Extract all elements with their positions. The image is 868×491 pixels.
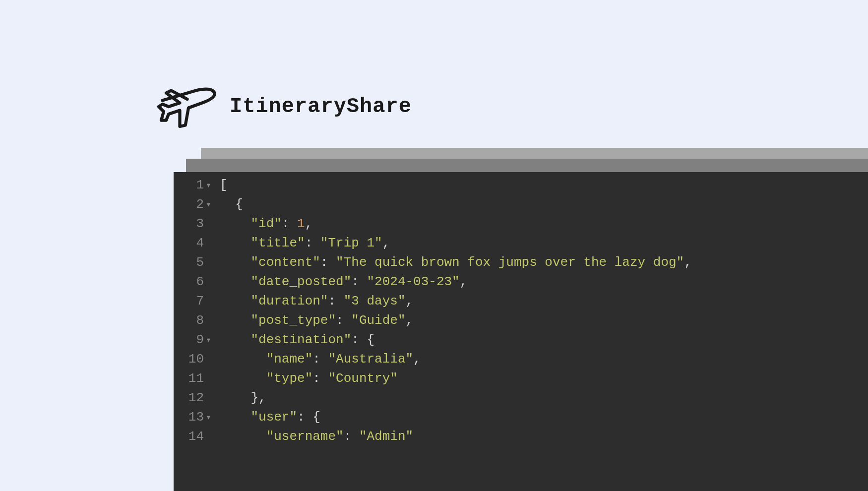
- code-line[interactable]: 3 "id": 1,: [174, 214, 868, 233]
- line-number: 3: [174, 216, 206, 231]
- line-number: 14: [174, 429, 206, 444]
- line-number: 4: [174, 236, 206, 250]
- code-line[interactable]: 8 "post_type": "Guide",: [174, 310, 868, 330]
- code-content: "username": "Admin": [216, 429, 413, 444]
- code-content: {: [216, 197, 243, 212]
- code-content: "duration": "3 days",: [216, 294, 413, 308]
- code-line[interactable]: 12 },: [174, 388, 868, 407]
- fold-toggle-icon[interactable]: ▾: [206, 412, 216, 423]
- line-number: 13: [174, 410, 206, 425]
- app-logo: ItineraryShare: [156, 82, 412, 131]
- code-content: "content": "The quick brown fox jumps ov…: [216, 255, 692, 270]
- code-content: [: [216, 178, 228, 192]
- code-content: "destination": {: [216, 332, 374, 347]
- code-line[interactable]: 11 "type": "Country": [174, 368, 868, 388]
- code-line[interactable]: 9▾ "destination": {: [174, 330, 868, 349]
- line-number: 11: [174, 371, 206, 386]
- code-content: "type": "Country": [216, 371, 398, 386]
- code-content: "id": 1,: [216, 216, 312, 231]
- code-content: "user": {: [216, 410, 320, 425]
- code-content: },: [216, 390, 266, 405]
- code-line[interactable]: 7 "duration": "3 days",: [174, 291, 868, 310]
- code-editor[interactable]: 1▾[2▾ {3 "id": 1,4 "title": "Trip 1",5 "…: [174, 172, 868, 491]
- line-number: 1: [174, 178, 206, 192]
- code-line[interactable]: 10 "name": "Australia",: [174, 349, 868, 368]
- line-number: 9: [174, 332, 206, 347]
- line-number: 10: [174, 352, 206, 367]
- line-number: 12: [174, 390, 206, 405]
- code-line[interactable]: 5 "content": "The quick brown fox jumps …: [174, 252, 868, 272]
- app-title: ItineraryShare: [230, 95, 412, 119]
- code-line[interactable]: 1▾[: [174, 175, 868, 194]
- code-content: "title": "Trip 1",: [216, 236, 390, 250]
- code-line[interactable]: 6 "date_posted": "2024-03-23",: [174, 272, 868, 291]
- code-line[interactable]: 14 "username": "Admin": [174, 427, 868, 446]
- line-number: 6: [174, 274, 206, 289]
- fold-toggle-icon[interactable]: ▾: [206, 180, 216, 190]
- code-content: "date_posted": "2024-03-23",: [216, 274, 467, 289]
- fold-toggle-icon[interactable]: ▾: [206, 199, 216, 210]
- code-content: "post_type": "Guide",: [216, 313, 413, 328]
- line-number: 2: [174, 197, 206, 212]
- code-line[interactable]: 4 "title": "Trip 1",: [174, 233, 868, 252]
- code-line[interactable]: 2▾ {: [174, 194, 868, 214]
- code-content: "name": "Australia",: [216, 352, 421, 367]
- code-line[interactable]: 13▾ "user": {: [174, 407, 868, 427]
- line-number: 5: [174, 255, 206, 270]
- line-number: 7: [174, 294, 206, 308]
- line-number: 8: [174, 313, 206, 328]
- fold-toggle-icon[interactable]: ▾: [206, 334, 216, 345]
- airplane-icon: [156, 82, 221, 131]
